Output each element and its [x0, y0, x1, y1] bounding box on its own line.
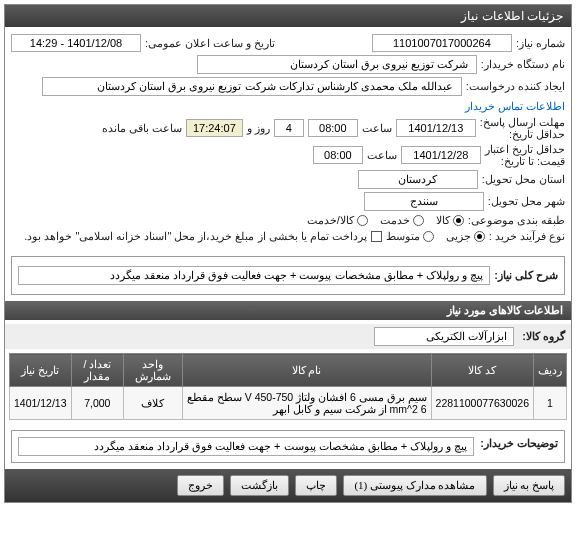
table-row: 1 2281100077630026 سیم برق مسی 6 افشان و… — [10, 387, 567, 420]
purchase-type-group: جزیی متوسط — [386, 230, 485, 243]
days-label: روز و — [247, 122, 270, 135]
cell-idx: 1 — [534, 387, 567, 420]
radio-minor-label: جزیی — [446, 230, 471, 243]
time-label-2: ساعت — [367, 149, 397, 162]
need-no-value: 1101007017000264 — [372, 34, 512, 52]
items-table: ردیف کد کالا نام کالا واحد شمارش تعداد /… — [9, 353, 567, 420]
exit-button[interactable]: خروج — [177, 475, 224, 496]
radio-service[interactable] — [413, 215, 424, 226]
deadline-label-2: حداقل تاریخ: — [480, 128, 565, 140]
radio-medium-label: متوسط — [386, 230, 420, 243]
col-qty: تعداد / مقدار — [71, 354, 123, 387]
col-row: ردیف — [534, 354, 567, 387]
group-value: ابزارآلات الکتریکی — [374, 327, 514, 346]
announce-value: 1401/12/08 - 14:29 — [11, 34, 141, 52]
col-unit: واحد شمارش — [124, 354, 182, 387]
countdown-value: 17:24:07 — [186, 119, 243, 137]
province-value: کردستان — [358, 170, 478, 189]
cell-unit: کلاف — [124, 387, 182, 420]
buyer-note-text: پیچ و رولپلاک + مطابق مشخصات پیوست + جهت… — [18, 437, 474, 456]
city-value: سنندج — [364, 192, 484, 211]
col-name: نام کالا — [182, 354, 431, 387]
group-label: گروه کالا: — [522, 330, 565, 343]
treasury-note: پرداخت تمام یا بخشی از مبلغ خرید،از محل … — [24, 230, 367, 243]
requester-value: عبدالله ملک محمدی کارشناس تدارکات شرکت ت… — [42, 77, 462, 96]
cell-qty: 7,000 — [71, 387, 123, 420]
items-header: اطلاعات کالاهای مورد نیاز — [5, 301, 571, 320]
requester-label: ایجاد کننده درخواست: — [466, 80, 565, 93]
back-button[interactable]: بازگشت — [230, 475, 289, 496]
remain-label: ساعت باقی مانده — [102, 122, 182, 135]
window-title: جزئیات اطلاعات نیاز — [5, 5, 571, 27]
days-value: 4 — [274, 119, 304, 137]
print-button[interactable]: چاپ — [295, 475, 337, 496]
buyer-note-label: توضیحات خریدار: — [480, 437, 558, 450]
buyer-org-value: شرکت توزیع نیروی برق استان کردستان — [197, 55, 477, 74]
need-no-label: شماره نیاز: — [516, 37, 565, 50]
radio-goods[interactable] — [453, 215, 464, 226]
attachments-button[interactable]: مشاهده مدارک پیوستی (1) — [343, 475, 486, 496]
radio-service-label: خدمت — [380, 214, 410, 227]
valid-price-label-1: حداقل تاریخ اعتبار — [485, 143, 565, 155]
contact-link[interactable]: اطلاعات تماس خریدار — [465, 100, 565, 113]
category-label: طبقه بندی موضوعی: — [468, 214, 565, 227]
valid-price-label-2: قیمت: تا تاریخ: — [485, 155, 565, 167]
summary-label: شرح کلی نیاز: — [494, 269, 558, 282]
time-label-1: ساعت — [362, 122, 392, 135]
radio-minor[interactable] — [474, 231, 485, 242]
footer-bar: پاسخ به نیاز مشاهده مدارک پیوستی (1) چاپ… — [5, 469, 571, 502]
buyer-org-label: نام دستگاه خریدار: — [481, 58, 565, 71]
radio-both-label: کالا/خدمت — [307, 214, 354, 227]
cell-name: سیم برق مسی 6 افشان ولتاژ 750-450 V سطح … — [182, 387, 431, 420]
province-label: استان محل تحویل: — [482, 173, 565, 186]
announce-label: تاریخ و ساعت اعلان عمومی: — [145, 37, 275, 50]
valid-date: 1401/12/28 — [401, 146, 481, 164]
deadline-date: 1401/12/13 — [396, 119, 476, 137]
cell-code: 2281100077630026 — [431, 387, 533, 420]
deadline-time: 08:00 — [308, 119, 358, 137]
radio-goods-label: کالا — [436, 214, 450, 227]
cell-date: 1401/12/13 — [10, 387, 72, 420]
treasury-checkbox[interactable] — [371, 231, 382, 242]
radio-both[interactable] — [357, 215, 368, 226]
col-code: کد کالا — [431, 354, 533, 387]
radio-medium[interactable] — [423, 231, 434, 242]
col-date: تاریخ نیاز — [10, 354, 72, 387]
reply-button[interactable]: پاسخ به نیاز — [493, 475, 566, 496]
city-label: شهر محل تحویل: — [488, 195, 565, 208]
summary-text: پیچ و رولپلاک + مطابق مشخصات پیوست + جهت… — [18, 266, 490, 285]
valid-time: 08:00 — [313, 146, 363, 164]
category-radio-group: کالا خدمت کالا/خدمت — [307, 214, 464, 227]
purchase-type-label: نوع فرآیند خرید : — [489, 230, 565, 243]
deadline-label-1: مهلت ارسال پاسخ: — [480, 116, 565, 128]
